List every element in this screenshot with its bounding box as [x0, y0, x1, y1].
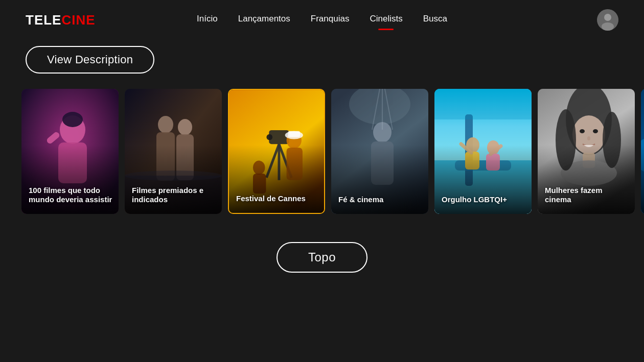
card-4-label: Fé & cinema — [338, 195, 423, 205]
svg-point-49 — [593, 129, 598, 133]
logo-tele: TELE — [26, 12, 61, 28]
svg-point-7 — [62, 112, 83, 127]
card-mulheres-cinema[interactable]: Mulheres fazem cinema — [538, 89, 635, 214]
card-filmes-premiados[interactable]: Filmes premiados e indicados — [125, 89, 222, 214]
card-7-overlay — [641, 145, 644, 214]
svg-rect-17 — [266, 134, 272, 140]
nav-item-busca[interactable]: Busca — [423, 14, 447, 26]
svg-point-48 — [580, 129, 585, 133]
logo-cine: CINE — [61, 12, 95, 28]
card-festival-cannes[interactable]: Festival de Cannes — [228, 89, 325, 214]
user-avatar[interactable] — [597, 9, 618, 31]
logo: TELECINE — [26, 12, 96, 28]
card-orgulho-lgbtqi[interactable]: Orgulho LGBTQI+ — [434, 89, 532, 214]
main-nav: Início Lançamentos Franquias Cinelists B… — [197, 14, 447, 26]
nav-item-lancamentos[interactable]: Lançamentos — [238, 14, 290, 26]
card-6-label: Mulheres fazem cinema — [545, 186, 630, 205]
svg-rect-44 — [434, 89, 532, 119]
card-100-filmes[interactable]: 100 filmes que todo mundo deveria assist… — [21, 89, 119, 214]
view-description-section: View Description — [0, 40, 644, 89]
svg-point-2 — [602, 22, 614, 31]
view-description-button[interactable]: View Description — [26, 46, 154, 74]
card-2-label: Filmes premiados e indicados — [132, 186, 217, 205]
nav-item-franquias[interactable]: Franquias — [311, 14, 350, 26]
topo-button[interactable]: Topo — [277, 242, 367, 273]
avatar-image — [597, 9, 618, 31]
svg-point-11 — [178, 119, 192, 135]
card-partial[interactable] — [641, 89, 644, 214]
nav-item-cinelists[interactable]: Cinelists — [370, 14, 402, 26]
cards-row: 100 filmes que todo mundo deveria assist… — [0, 89, 644, 214]
svg-rect-24 — [288, 131, 300, 137]
card-1-label: 100 filmes que todo mundo deveria assist… — [29, 186, 113, 205]
svg-point-1 — [604, 14, 611, 21]
svg-point-50 — [587, 136, 590, 140]
nav-item-inicio[interactable]: Início — [197, 14, 218, 26]
header: TELECINE Início Lançamentos Franquias Ci… — [0, 0, 644, 40]
card-fe-cinema[interactable]: Fé & cinema — [331, 89, 428, 214]
card-3-label: Festival de Cannes — [236, 194, 319, 204]
topo-section: Topo — [0, 242, 644, 273]
svg-point-9 — [158, 116, 173, 133]
card-5-label: Orgulho LGBTQI+ — [442, 195, 526, 205]
